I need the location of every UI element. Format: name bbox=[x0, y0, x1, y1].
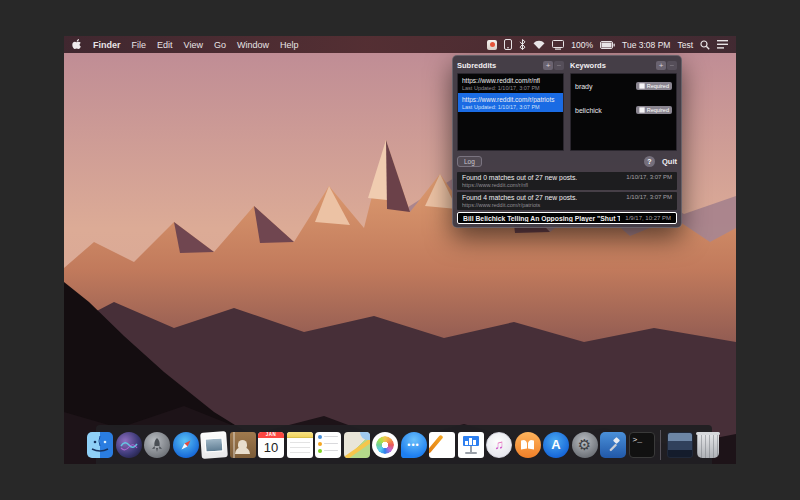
prompt-glyph: >_ bbox=[633, 435, 643, 444]
device-icon[interactable] bbox=[504, 39, 512, 50]
help-button[interactable]: ? bbox=[644, 156, 655, 167]
appstore-a-glyph: A bbox=[551, 437, 560, 452]
dock-finder-icon[interactable] bbox=[87, 432, 113, 458]
spotlight-search-icon[interactable] bbox=[700, 40, 710, 50]
dock-photos-icon[interactable] bbox=[372, 432, 398, 458]
display-mirroring-icon[interactable] bbox=[552, 40, 564, 50]
subreddits-title: Subreddits bbox=[457, 61, 496, 70]
keyword-row-belichick[interactable]: belichick Required bbox=[571, 98, 676, 122]
menu-file[interactable]: File bbox=[132, 40, 147, 50]
mail-stamp-image bbox=[205, 437, 224, 452]
app-status-icon[interactable] bbox=[487, 40, 497, 50]
open-book-icon bbox=[521, 440, 535, 449]
photos-pinwheel bbox=[376, 436, 394, 454]
subreddit-url: https://www.reddit.com/r/patriots bbox=[462, 96, 559, 103]
log-button[interactable]: Log bbox=[457, 156, 482, 167]
notifications-list: Found 0 matches out of 27 new posts. htt… bbox=[457, 172, 677, 224]
apple-menu-icon[interactable] bbox=[72, 39, 82, 50]
notification-time: 1/10/17, 3:07 PM bbox=[626, 174, 672, 180]
reddit-watcher-window: Subreddits + − https://www.reddit.com/r/… bbox=[452, 55, 682, 228]
keyword-text: belichick bbox=[575, 107, 602, 114]
notification-row-3-selected[interactable]: Bill Belichick Telling An Opposing Playe… bbox=[457, 212, 677, 224]
dock-ibooks-icon[interactable] bbox=[515, 432, 541, 458]
keyword-text: brady bbox=[575, 83, 593, 90]
required-checkbox-belichick[interactable]: Required bbox=[636, 106, 672, 114]
menu-bar: Finder File Edit View Go Window Help 100… bbox=[64, 36, 736, 53]
battery-percent: 100% bbox=[571, 40, 593, 50]
menu-finder[interactable]: Finder bbox=[93, 40, 121, 50]
keynote-chart bbox=[463, 436, 479, 446]
dock-mail-icon[interactable] bbox=[200, 431, 228, 459]
dock-system-preferences-icon[interactable]: ⚙ bbox=[572, 432, 598, 458]
keyword-remove-button[interactable]: − bbox=[667, 61, 677, 70]
subreddit-row-nfl[interactable]: https://www.reddit.com/r/nfl Last Update… bbox=[458, 74, 563, 93]
menu-help[interactable]: Help bbox=[280, 40, 299, 50]
music-note-glyph: ♫ bbox=[494, 437, 504, 452]
calendar-day: 10 bbox=[258, 438, 284, 457]
dock-messages-icon[interactable]: ••• bbox=[401, 432, 427, 458]
notification-subtitle: https://www.reddit.com/r/nfl bbox=[462, 182, 621, 188]
dock: JAN 10 ••• ♫ A ⚙ >_ bbox=[96, 425, 712, 464]
required-label: Required bbox=[647, 83, 669, 89]
notes-header-strip bbox=[287, 432, 313, 438]
dock-terminal-icon[interactable]: >_ bbox=[629, 432, 655, 458]
dock-keynote-icon[interactable] bbox=[458, 432, 484, 458]
menu-go[interactable]: Go bbox=[214, 40, 226, 50]
subreddits-list: https://www.reddit.com/r/nfl Last Update… bbox=[457, 73, 564, 151]
dock-launchpad-icon[interactable] bbox=[144, 432, 170, 458]
subreddits-panel: Subreddits + − https://www.reddit.com/r/… bbox=[457, 59, 564, 151]
notification-row-2[interactable]: Found 4 matches out of 27 new posts. htt… bbox=[457, 192, 677, 210]
contact-silhouette bbox=[238, 440, 247, 449]
notification-title: Bill Belichick Telling An Opposing Playe… bbox=[463, 215, 620, 222]
subreddit-remove-button[interactable]: − bbox=[554, 61, 564, 70]
keywords-title: Keywords bbox=[570, 61, 606, 70]
required-checkbox-brady[interactable]: Required bbox=[636, 82, 672, 90]
notification-title: Found 0 matches out of 27 new posts. bbox=[462, 174, 621, 181]
subreddit-url: https://www.reddit.com/r/nfl bbox=[462, 77, 559, 84]
dock-contacts-icon[interactable] bbox=[230, 432, 256, 458]
keywords-panel: Keywords + − brady Required bbox=[570, 59, 677, 151]
dock-separator bbox=[660, 430, 661, 460]
battery-icon[interactable] bbox=[600, 41, 615, 49]
menu-window[interactable]: Window bbox=[237, 40, 269, 50]
dock-folder-stack-icon[interactable] bbox=[667, 432, 693, 458]
wifi-icon[interactable] bbox=[533, 40, 545, 49]
keyword-row-brady[interactable]: brady Required bbox=[571, 74, 676, 98]
keyword-add-button[interactable]: + bbox=[656, 61, 666, 70]
checkbox-icon[interactable] bbox=[639, 107, 645, 113]
required-label: Required bbox=[647, 107, 669, 113]
mac-screen: Finder File Edit View Go Window Help 100… bbox=[64, 36, 736, 464]
subreddit-updated: Last Updated: 1/10/17, 3:07 PM bbox=[462, 104, 559, 110]
gear-icon: ⚙ bbox=[578, 436, 591, 454]
dock-safari-icon[interactable] bbox=[173, 432, 199, 458]
notification-center-icon[interactable] bbox=[717, 40, 728, 49]
checkbox-icon[interactable] bbox=[639, 83, 645, 89]
menu-view[interactable]: View bbox=[184, 40, 203, 50]
ellipsis-glyph: ••• bbox=[407, 442, 419, 448]
dock-pages-icon[interactable] bbox=[429, 432, 455, 458]
notification-subtitle: https://www.reddit.com/r/patriots bbox=[462, 202, 621, 208]
dock-siri-icon[interactable] bbox=[116, 432, 142, 458]
dock-maps-icon[interactable] bbox=[344, 432, 370, 458]
dock-reminders-icon[interactable] bbox=[315, 432, 341, 458]
notification-time: 1/10/17, 3:07 PM bbox=[626, 194, 672, 200]
dock-xcode-icon[interactable] bbox=[600, 432, 626, 458]
dock-calendar-icon[interactable]: JAN 10 bbox=[258, 432, 284, 458]
dock-notes-icon[interactable] bbox=[287, 432, 313, 458]
menu-edit[interactable]: Edit bbox=[157, 40, 173, 50]
user-menu[interactable]: Test bbox=[677, 40, 693, 50]
subreddit-add-button[interactable]: + bbox=[543, 61, 553, 70]
subreddit-updated: Last Updated: 1/10/17, 3:07 PM bbox=[462, 85, 559, 91]
subreddit-row-patriots[interactable]: https://www.reddit.com/r/patriots Last U… bbox=[458, 93, 563, 112]
keywords-list: brady Required belichick Required bbox=[570, 73, 677, 151]
bluetooth-icon[interactable] bbox=[519, 39, 526, 50]
notification-title: Found 4 matches out of 27 new posts. bbox=[462, 194, 621, 201]
menu-clock[interactable]: Tue 3:08 PM bbox=[622, 40, 670, 50]
dock-trash-icon[interactable] bbox=[697, 432, 719, 458]
dock-appstore-icon[interactable]: A bbox=[543, 432, 569, 458]
notification-time: 1/9/17, 10:27 PM bbox=[625, 215, 671, 221]
dock-itunes-icon[interactable]: ♫ bbox=[486, 432, 512, 458]
quit-button[interactable]: Quit bbox=[662, 157, 677, 166]
notification-row-1[interactable]: Found 0 matches out of 27 new posts. htt… bbox=[457, 172, 677, 190]
